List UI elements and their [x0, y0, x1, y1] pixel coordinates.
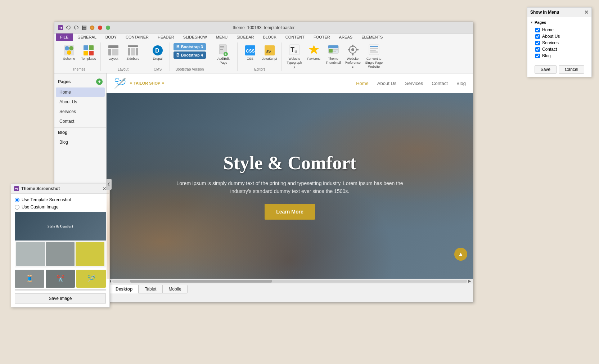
tab-footer[interactable]: FOOTER	[309, 33, 335, 41]
settings-icon[interactable]	[105, 24, 111, 31]
triangle-icon: ▼	[530, 21, 533, 24]
cms-group: D Drupal CMS	[146, 42, 170, 71]
menu-pages-label: Pages	[535, 20, 546, 24]
javascript-button[interactable]: JS JavaScript	[261, 43, 279, 62]
nav-link-blog[interactable]: Blog	[456, 81, 466, 86]
svg-rect-23	[136, 48, 138, 55]
save-icon[interactable]	[81, 24, 87, 31]
sidebars-button[interactable]: Sidebars	[124, 43, 142, 62]
theme-thumbnail-button[interactable]: Theme Thumbnail	[324, 43, 342, 66]
use-custom-image-option[interactable]: Use Custom Image	[15, 205, 106, 210]
tab-general[interactable]: GENERAL	[73, 33, 101, 41]
svg-rect-47	[352, 45, 353, 47]
menu-contact-checkbox[interactable]	[535, 47, 540, 52]
menu-pages-section: ▼ Pages	[530, 20, 589, 24]
collapse-sidebar-button[interactable]	[106, 179, 112, 190]
typography-label: Website Typography	[286, 57, 303, 68]
sidebar-item-about[interactable]: About Us	[56, 97, 105, 107]
drupal-button[interactable]: D Drupal	[149, 43, 167, 62]
tab-block[interactable]: BLOCK	[259, 33, 281, 41]
bootstrap3-button[interactable]: B Bootstrap 3	[174, 43, 206, 50]
scroll-to-top-button[interactable]: ▲	[454, 248, 467, 261]
menu-page-contact[interactable]: Contact	[530, 46, 589, 53]
bootstrap4-label: Bootstrap 4	[181, 53, 203, 57]
menu-about-checkbox[interactable]	[535, 34, 540, 39]
css-button[interactable]: CSS CSS	[241, 43, 259, 62]
use-template-radio[interactable]	[15, 198, 19, 202]
thumb-3[interactable]: 🪡	[76, 270, 106, 288]
sidebar-item-blog[interactable]: Blog	[56, 138, 105, 147]
nav-link-about[interactable]: About Us	[377, 81, 396, 86]
tab-areas[interactable]: AREAS	[335, 33, 357, 41]
tab-slideshow[interactable]: SLIDESHOW	[179, 33, 212, 41]
preview-icon[interactable]	[97, 24, 103, 31]
website-typography-button[interactable]: T a Website Typography	[285, 43, 303, 69]
website-preferences-button[interactable]: Website Preferences	[344, 43, 362, 69]
undo-icon[interactable]	[65, 24, 72, 31]
tab-header[interactable]: HEADER	[153, 33, 179, 41]
menu-page-blog[interactable]: Blog	[530, 53, 589, 59]
layout-button[interactable]: Layout	[104, 43, 122, 62]
preview-area: 🪡 ✦ TAILOR SHOP ✦ Home About Us Services…	[107, 73, 473, 295]
svg-rect-22	[131, 48, 135, 55]
svg-rect-18	[108, 49, 111, 55]
favicons-button[interactable]: Favicons	[305, 43, 323, 62]
website-tools-group: T a Website Typography Favicons	[283, 42, 388, 71]
sidebar-item-home[interactable]: Home	[56, 87, 105, 97]
tab-body[interactable]: BODY	[101, 33, 121, 41]
svg-marker-39	[309, 45, 319, 54]
bootstrap4-button[interactable]: B Bootstrap 4	[174, 51, 206, 59]
svg-text:JS: JS	[266, 49, 271, 53]
menu-blog-checkbox[interactable]	[535, 54, 540, 58]
tab-desktop[interactable]: Desktop	[109, 285, 139, 293]
menu-home-checkbox[interactable]	[535, 28, 540, 32]
tab-menu[interactable]: MENU	[212, 33, 232, 41]
show-menu-close-button[interactable]: ✕	[584, 9, 589, 15]
scheme-button[interactable]: Scheme	[60, 43, 78, 62]
website-tools-group-label	[285, 71, 385, 71]
use-template-screenshot-option[interactable]: Use Template Screenshot	[15, 197, 106, 202]
templates-button[interactable]: Templates	[80, 43, 98, 62]
tab-tablet[interactable]: Tablet	[139, 285, 162, 293]
scrollbar-thumb[interactable]	[130, 280, 272, 283]
sidebar-item-contact[interactable]: Contact	[56, 117, 105, 126]
save-image-button[interactable]: Save Image	[15, 293, 106, 304]
tab-sidebar[interactable]: SIDEBAR	[232, 33, 258, 41]
scroll-right-arrow[interactable]: ▶	[467, 280, 472, 283]
nav-link-home[interactable]: Home	[356, 81, 369, 86]
use-custom-radio[interactable]	[15, 205, 19, 210]
show-menu-save-button[interactable]: Save	[535, 65, 557, 74]
nav-link-contact[interactable]: Contact	[432, 81, 448, 86]
redo-icon[interactable]	[73, 24, 80, 31]
learn-more-button[interactable]: Learn More	[265, 204, 315, 220]
convert-single-page-button[interactable]: Convert to Single Page Website	[363, 43, 385, 69]
pages-label: Pages	[58, 79, 71, 84]
tab-elements[interactable]: ELEMENTS	[357, 33, 387, 41]
thumb-2[interactable]: ✂️	[46, 270, 75, 288]
theme-screenshot-body: Use Template Screenshot Use Custom Image…	[11, 194, 109, 307]
sidebar-item-services[interactable]: Services	[56, 107, 105, 116]
svg-text:Tt: Tt	[59, 26, 62, 30]
browse-icon[interactable]	[89, 24, 95, 31]
svg-rect-41	[328, 45, 338, 48]
menu-page-about[interactable]: About Us	[530, 33, 589, 40]
menu-services-checkbox[interactable]	[535, 41, 540, 45]
menu-page-services[interactable]: Services	[530, 40, 589, 46]
addedit-page-button[interactable]: + Add/Edit Page	[213, 43, 234, 66]
screenshot-preview-large: Style & Comfort	[15, 212, 106, 268]
tab-file[interactable]: FILE	[56, 33, 73, 41]
theme-thumbnail-icon	[327, 44, 340, 57]
ribbon-content: Scheme Templates Themes	[54, 41, 473, 73]
nav-link-services[interactable]: Services	[405, 81, 423, 86]
tab-container[interactable]: CONTAINER	[121, 33, 153, 41]
add-page-button[interactable]: +	[96, 78, 103, 85]
tab-content[interactable]: CONTENT	[281, 33, 309, 41]
tab-mobile[interactable]: Mobile	[162, 285, 187, 293]
screenshot-title-preview: Style & Comfort	[48, 224, 73, 228]
show-menu-cancel-button[interactable]: Cancel	[559, 65, 584, 74]
editors-group-label: Editors	[241, 67, 279, 71]
thumb-1[interactable]: 🧵	[15, 270, 44, 288]
menu-page-home[interactable]: Home	[530, 27, 589, 33]
window-title: theme_100193-TemplateToaster	[233, 25, 294, 30]
website-typography-icon: T a	[288, 44, 301, 57]
